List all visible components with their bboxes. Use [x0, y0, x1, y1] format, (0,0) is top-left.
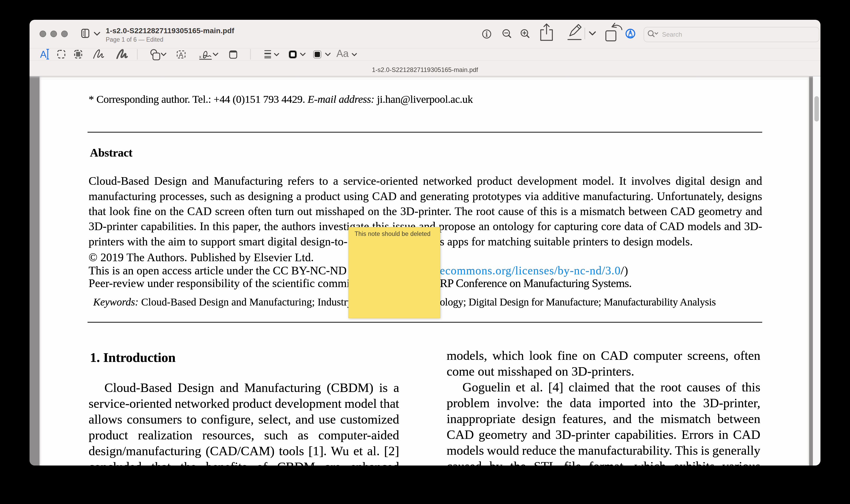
svg-text:x: x — [199, 54, 201, 59]
svg-text:A: A — [40, 49, 47, 60]
svg-text:A: A — [179, 51, 183, 58]
svg-text:Aa: Aa — [337, 48, 349, 59]
